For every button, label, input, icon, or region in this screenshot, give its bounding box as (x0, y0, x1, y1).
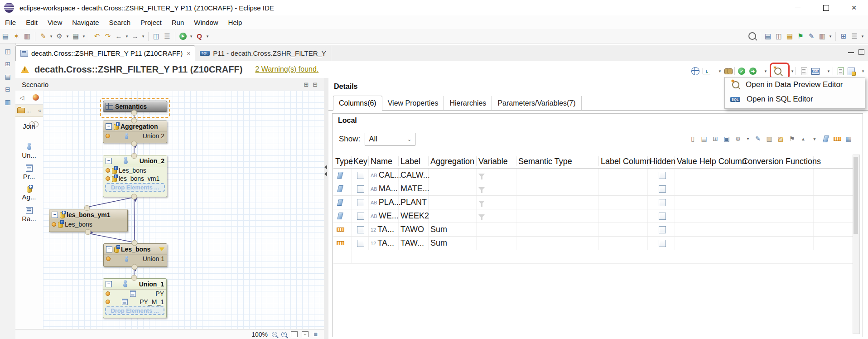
new-window-icon[interactable]: ◫ (151, 31, 161, 41)
scrollbar-thumb[interactable] (854, 157, 858, 234)
close-icon[interactable]: × (187, 50, 190, 57)
key-checkbox[interactable] (357, 240, 364, 247)
table-row[interactable]: ABPLA... PLANT (333, 196, 854, 209)
measure-icon[interactable] (833, 135, 841, 143)
node-semantics[interactable]: Semantics (103, 101, 167, 112)
console-icon[interactable]: ▥ (3, 97, 13, 107)
dropdown-caret[interactable]: ▾ (81, 34, 87, 39)
zoom-out-icon[interactable]: − (272, 332, 277, 337)
col-label[interactable]: Label (399, 156, 429, 166)
minimized-view-icon[interactable]: ⊟ (3, 84, 13, 94)
menu-file[interactable]: File (0, 17, 21, 28)
grid-icon[interactable]: ▦ (785, 31, 795, 41)
node-union-1[interactable]: −Union_1 PY PY_M_1 Drop Elements ... (103, 278, 167, 318)
palette-item-projection[interactable]: Pr... (15, 165, 43, 180)
palette-folder-row[interactable]: ... « (15, 105, 43, 117)
tab-columns[interactable]: Columns(6) (333, 96, 382, 111)
key-checkbox[interactable] (357, 213, 364, 220)
menu-icon[interactable]: ☰ (849, 31, 859, 41)
col-aggregation[interactable]: Aggregation (429, 156, 477, 166)
node-input-row[interactable]: Les_bons (103, 166, 167, 174)
window-icon[interactable]: ◫ (774, 31, 784, 41)
collapse-icon[interactable]: − (52, 212, 58, 218)
add-column-icon[interactable]: ⊕ (734, 135, 742, 143)
collapse-icon[interactable]: − (106, 158, 112, 164)
fit-to-window-icon[interactable] (291, 331, 298, 337)
key-checkbox[interactable] (357, 172, 364, 179)
collapse-left-icon[interactable] (324, 172, 327, 176)
search-icon[interactable] (747, 31, 757, 41)
collapse-icon[interactable]: − (106, 123, 112, 130)
table-row[interactable]: 12TA... TAWO Sum (333, 223, 854, 237)
build-icon[interactable]: ⚙ (54, 31, 64, 41)
layers-icon[interactable]: ▣ (723, 135, 731, 143)
tab-hierarchies[interactable]: Hierarchies (444, 96, 492, 110)
dropdown-caret[interactable]: ▾ (124, 34, 130, 39)
col-semantic-type[interactable]: Semantic Type (516, 156, 599, 166)
binoculars-icon[interactable] (723, 66, 733, 76)
paint-icon[interactable]: ✎ (38, 31, 48, 41)
hidden-checkbox[interactable] (659, 226, 666, 233)
open-folder-icon[interactable]: ▨ (776, 135, 785, 143)
undo-icon[interactable]: ↶ (92, 31, 102, 41)
menu-help[interactable]: Help (223, 17, 247, 28)
menu-navigate[interactable]: Navigate (67, 17, 104, 28)
node-union-2[interactable]: −Union_2 Les_bons les_bons_vm1 Drop Elem… (103, 155, 167, 197)
list-icon[interactable]: ▥ (817, 31, 827, 41)
redo-icon[interactable]: ↷ (103, 31, 113, 41)
hidden-checkbox[interactable] (659, 172, 666, 179)
access-icon[interactable]: ▤ (763, 31, 773, 41)
key-checkbox[interactable] (357, 226, 364, 233)
add-view-icon[interactable]: ⊞ (839, 31, 849, 41)
forward-icon[interactable]: → (130, 31, 140, 41)
dropdown-caret[interactable]: ▾ (48, 34, 54, 39)
outline-icon[interactable]: ▤ (3, 72, 13, 82)
dropdown-caret[interactable]: ▾ (824, 66, 834, 76)
show-filter-select[interactable]: All ⌄ (365, 133, 415, 145)
tab-parameters-variables[interactable]: Parameters/Variables(7) (492, 96, 581, 110)
properties-doc-icon[interactable] (799, 66, 809, 76)
close-button[interactable]: × (840, 0, 868, 15)
minimize-view-icon[interactable] (848, 52, 854, 55)
table-scrollbar[interactable] (853, 155, 860, 334)
collapse-left-icon[interactable] (324, 165, 327, 170)
minimize-button[interactable] (784, 0, 812, 15)
palette-item-rank[interactable]: Ra... (15, 207, 43, 223)
menu-edit[interactable]: Edit (21, 17, 43, 28)
node-input-row[interactable]: PY (103, 290, 166, 298)
globe-icon[interactable] (690, 66, 700, 76)
key-checkbox[interactable] (357, 185, 364, 193)
dropdown-caret[interactable]: ▾ (65, 34, 70, 39)
palette-item-join[interactable]: Join (15, 121, 43, 130)
menu-run[interactable]: Run (167, 17, 189, 28)
collapse-icon[interactable]: − (106, 246, 112, 252)
col-conversion-functions[interactable]: Conversion Functions (740, 156, 814, 166)
tab-view-properties[interactable]: View Properties (382, 96, 444, 110)
maximize-button[interactable] (812, 0, 840, 15)
hidden-checkbox[interactable] (659, 240, 666, 247)
filter-edit-icon[interactable]: ⚑ (788, 135, 796, 143)
profile-icon[interactable]: Q (194, 31, 204, 41)
col-value-help-column[interactable]: Value Help Column (675, 156, 740, 166)
move-down-icon[interactable]: ▼ (810, 135, 819, 143)
col-type[interactable]: Type (333, 156, 352, 166)
col-variable[interactable]: Variable (477, 156, 516, 166)
dropdown-caret[interactable]: ▾ (140, 34, 146, 39)
hidden-checkbox[interactable] (659, 185, 666, 193)
palette-item-union[interactable]: Un... (15, 143, 43, 159)
back-icon[interactable]: ← (114, 31, 124, 41)
menu-item-data-preview[interactable]: Open in Data Preview Editor (725, 77, 865, 92)
dropdown-caret[interactable]: ▾ (860, 34, 865, 39)
col-key[interactable]: Key (352, 156, 369, 166)
new-wizard-icon[interactable]: ✶ (11, 31, 21, 41)
dropdown-caret[interactable]: ▾ (828, 34, 833, 39)
chart-icon[interactable]: ▦ (71, 31, 81, 41)
dropdown-caret[interactable]: ▾ (188, 34, 194, 39)
restore-view-icon[interactable]: ◫ (3, 46, 13, 56)
node-les-bons[interactable]: −Les_bons Union 1 (103, 243, 167, 267)
node-les-bons-ym1[interactable]: −les_bons_ym1 Les_bons (49, 209, 128, 232)
move-up-icon[interactable]: ▲ (799, 135, 807, 143)
save-icon[interactable]: ▤ (0, 31, 10, 41)
hidden-checkbox[interactable] (659, 199, 666, 206)
edit-icon[interactable]: ✎ (806, 31, 816, 41)
